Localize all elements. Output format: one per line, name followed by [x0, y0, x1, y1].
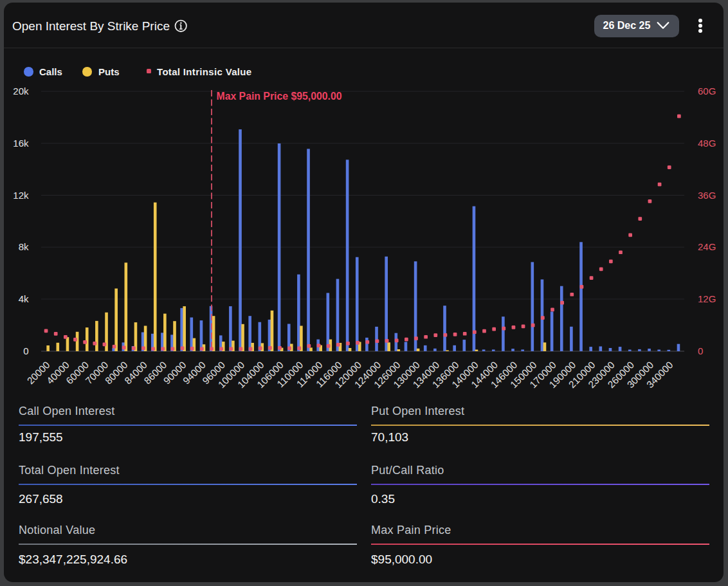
svg-text:36G: 36G	[698, 190, 716, 201]
svg-text:Max Pain Price $95,000.00: Max Pain Price $95,000.00	[217, 91, 342, 102]
svg-text:12G: 12G	[698, 293, 716, 304]
svg-text:0: 0	[23, 345, 28, 356]
svg-text:20k: 20k	[13, 86, 29, 96]
svg-text:8k: 8k	[19, 241, 29, 252]
svg-text:60G: 60G	[698, 86, 716, 96]
svg-text:24G: 24G	[698, 241, 716, 252]
svg-text:16k: 16k	[13, 138, 29, 149]
svg-text:12k: 12k	[13, 190, 29, 201]
svg-text:48G: 48G	[698, 138, 716, 149]
svg-text:0: 0	[698, 345, 703, 356]
svg-text:4k: 4k	[19, 293, 29, 304]
